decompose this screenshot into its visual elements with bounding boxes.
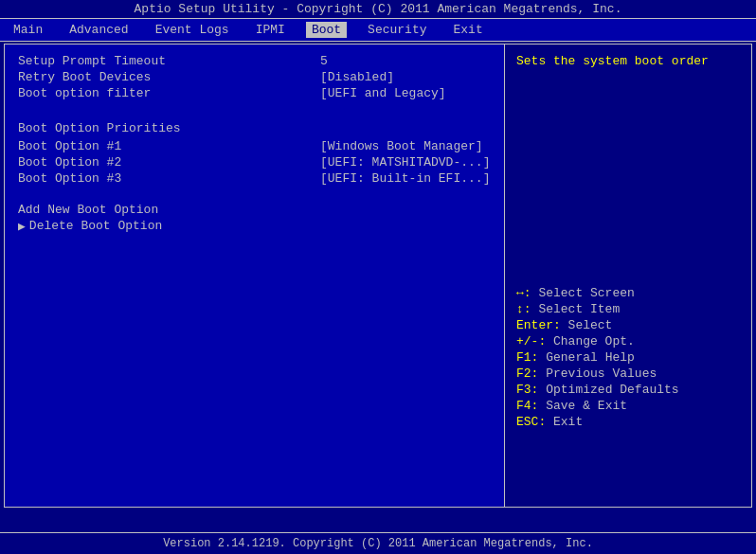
menu-item-event-logs[interactable]: Event Logs bbox=[150, 22, 235, 38]
boot-option-label: Boot Option #2 bbox=[18, 155, 320, 170]
key-desc: Select bbox=[568, 318, 613, 332]
key-row: F2: Previous Values bbox=[516, 366, 740, 381]
section-title: Boot Option Priorities bbox=[18, 121, 491, 135]
setting-row: Retry Boot Devices[Disabled] bbox=[18, 70, 491, 84]
key-desc: Exit bbox=[553, 415, 583, 429]
menu-item-main[interactable]: Main bbox=[8, 22, 48, 38]
boot-option-row[interactable]: Boot Option #3[UEFI: Built-in EFI...] bbox=[18, 171, 491, 186]
key-desc: Select Screen bbox=[538, 286, 634, 300]
content-area: Setup Prompt Timeout5Retry Boot Devices[… bbox=[4, 44, 752, 508]
key-label: F3: bbox=[516, 383, 546, 397]
menu-item-boot[interactable]: Boot bbox=[306, 22, 347, 38]
setting-label: Boot option filter bbox=[18, 86, 320, 100]
setting-label: Retry Boot Devices bbox=[18, 70, 320, 84]
menu-bar: MainAdvancedEvent LogsIPMIBootSecurityEx… bbox=[0, 18, 756, 42]
menu-item-exit[interactable]: Exit bbox=[448, 22, 489, 38]
key-row: +/-: Change Opt. bbox=[516, 334, 740, 348]
key-desc: Previous Values bbox=[546, 366, 657, 381]
action-item[interactable]: Add New Boot Option bbox=[18, 203, 491, 217]
left-panel: Setup Prompt Timeout5Retry Boot Devices[… bbox=[5, 45, 505, 507]
action-item-arrow[interactable]: ▶Delete Boot Option bbox=[18, 219, 491, 234]
key-desc: Optimized Defaults bbox=[546, 383, 678, 397]
title-text: Aptio Setup Utility - Copyright (C) 2011… bbox=[135, 2, 622, 16]
footer-text: Version 2.14.1219. Copyright (C) 2011 Am… bbox=[163, 537, 593, 550]
action-label: Delete Boot Option bbox=[29, 219, 162, 234]
setting-value[interactable]: [UEFI and Legacy] bbox=[320, 86, 491, 100]
keys-section: ↔: Select Screen↕: Select ItemEnter: Sel… bbox=[516, 286, 740, 429]
boot-option-value: [UEFI: Built-in EFI...] bbox=[320, 171, 491, 186]
boot-option-value: [Windows Boot Manager] bbox=[320, 139, 491, 153]
setting-value[interactable]: 5 bbox=[320, 54, 491, 68]
key-row: F1: General Help bbox=[516, 350, 740, 365]
key-row: ESC: Exit bbox=[516, 415, 740, 429]
key-label: F1: bbox=[516, 350, 546, 365]
boot-option-row[interactable]: Boot Option #1[Windows Boot Manager] bbox=[18, 139, 491, 153]
key-desc: Change Opt. bbox=[553, 334, 635, 348]
key-desc: General Help bbox=[546, 350, 635, 365]
key-label: Enter: bbox=[516, 318, 568, 332]
key-label: ESC: bbox=[516, 415, 553, 429]
key-label: +/-: bbox=[516, 334, 553, 348]
key-row: Enter: Select bbox=[516, 318, 740, 332]
title-bar: Aptio Setup Utility - Copyright (C) 2011… bbox=[0, 0, 756, 18]
right-panel: Sets the system boot order ↔: Select Scr… bbox=[505, 45, 751, 507]
setting-row: Boot option filter[UEFI and Legacy] bbox=[18, 86, 491, 100]
footer: Version 2.14.1219. Copyright (C) 2011 Am… bbox=[0, 532, 756, 554]
menu-item-security[interactable]: Security bbox=[362, 22, 432, 38]
arrow-icon: ▶ bbox=[18, 219, 26, 234]
boot-option-label: Boot Option #1 bbox=[18, 139, 320, 153]
key-row: F4: Save & Exit bbox=[516, 399, 740, 413]
key-desc: Select Item bbox=[538, 302, 620, 316]
setting-value[interactable]: [Disabled] bbox=[320, 70, 491, 84]
boot-option-row[interactable]: Boot Option #2[UEFI: MATSHITADVD-...] bbox=[18, 155, 491, 170]
key-row: ↕: Select Item bbox=[516, 302, 740, 316]
setting-label: Setup Prompt Timeout bbox=[18, 54, 320, 68]
key-label: ↕: bbox=[516, 302, 538, 316]
key-label: F2: bbox=[516, 366, 546, 381]
setting-row: Setup Prompt Timeout5 bbox=[18, 54, 491, 68]
key-row: ↔: Select Screen bbox=[516, 286, 740, 300]
menu-item-advanced[interactable]: Advanced bbox=[63, 22, 134, 38]
key-desc: Save & Exit bbox=[546, 399, 627, 413]
key-label: F4: bbox=[516, 399, 546, 413]
help-text: Sets the system boot order bbox=[516, 54, 740, 68]
boot-option-label: Boot Option #3 bbox=[18, 171, 320, 186]
key-label: ↔: bbox=[516, 286, 538, 300]
boot-option-value: [UEFI: MATSHITADVD-...] bbox=[320, 155, 491, 170]
menu-item-ipmi[interactable]: IPMI bbox=[250, 22, 291, 38]
key-row: F3: Optimized Defaults bbox=[516, 383, 740, 397]
